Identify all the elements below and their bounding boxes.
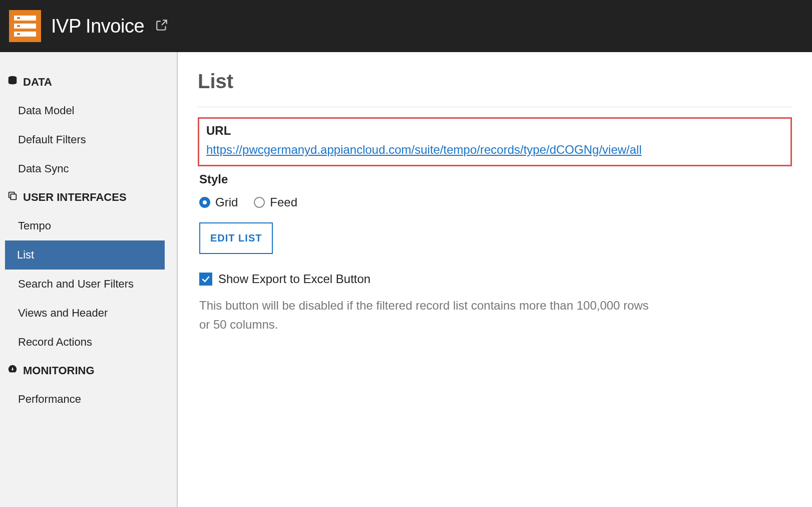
sidebar-item-data-model[interactable]: Data Model [0,96,177,125]
svg-rect-1 [11,194,16,199]
export-excel-label: Show Export to Excel Button [218,272,370,286]
radio-grid[interactable]: Grid [199,195,238,209]
copy-icon [7,190,18,204]
record-url-link[interactable]: https://pwcgermanyd.appiancloud.com/suit… [206,143,642,156]
page-title: List [198,70,792,93]
open-external-icon[interactable] [155,19,168,34]
sidebar-section-label: USER INTERFACES [23,191,127,204]
app-header: IVP Invoice [0,0,812,52]
sidebar-item-search-filters[interactable]: Search and User Filters [0,270,177,299]
sidebar-section-label: MONITORING [23,364,95,377]
url-label: URL [206,124,783,138]
sidebar-item-record-actions[interactable]: Record Actions [0,328,177,357]
gauge-icon [7,364,18,378]
sidebar-section-label: DATA [23,76,52,89]
export-excel-checkbox[interactable] [199,273,212,286]
sidebar-item-list[interactable]: List [5,240,165,270]
app-title: IVP Invoice [51,16,144,37]
url-highlight-box: URL https://pwcgermanyd.appiancloud.com/… [198,117,792,166]
database-icon [7,75,18,89]
radio-feed[interactable]: Feed [254,195,297,209]
sidebar: DATA Data Model Default Filters Data Syn… [0,52,178,507]
edit-list-button[interactable]: EDIT LIST [199,222,273,254]
check-icon [201,274,211,284]
radio-label-grid: Grid [215,195,238,209]
app-logo-icon [9,10,41,42]
sidebar-item-views-header[interactable]: Views and Header [0,299,177,328]
sidebar-item-default-filters[interactable]: Default Filters [0,125,177,154]
sidebar-item-data-sync[interactable]: Data Sync [0,154,177,183]
radio-icon [254,197,265,208]
radio-label-feed: Feed [270,195,297,209]
divider [198,107,792,107]
sidebar-section-data: DATA [0,68,177,96]
style-radio-group: Grid Feed [199,195,792,209]
style-label: Style [199,172,792,186]
radio-icon [199,197,210,208]
sidebar-section-monitoring: MONITORING [0,357,177,385]
main-content: List URL https://pwcgermanyd.appiancloud… [178,52,812,507]
sidebar-item-performance[interactable]: Performance [0,385,177,414]
sidebar-section-ui: USER INTERFACES [0,183,177,211]
export-help-text: This button will be disabled if the filt… [199,296,650,335]
sidebar-item-tempo[interactable]: Tempo [0,211,177,240]
